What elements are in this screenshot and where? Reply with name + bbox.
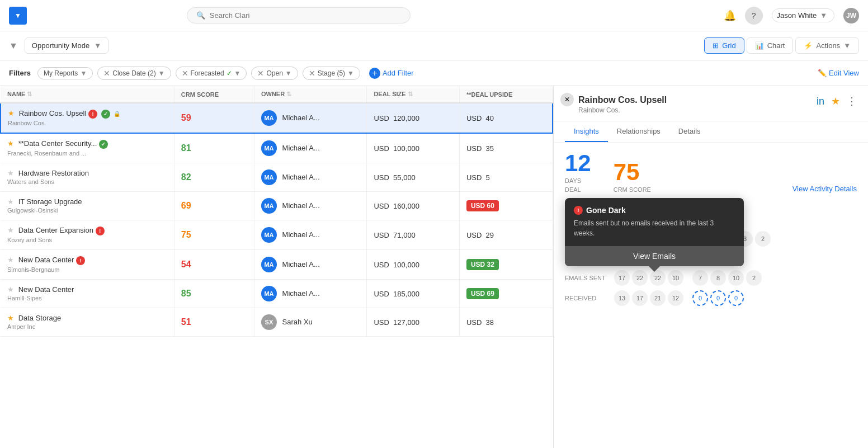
nav-dropdown-btn[interactable]: ▼ bbox=[9, 7, 27, 25]
star-icon[interactable]: ★ bbox=[7, 285, 14, 294]
more-options-icon[interactable]: ⋮ bbox=[847, 95, 857, 107]
star-icon[interactable]: ★ bbox=[7, 314, 14, 322]
days-label: DAYS bbox=[565, 177, 591, 184]
edit-view-button[interactable]: ✏️ Edit View bbox=[818, 69, 859, 77]
view-activity-link[interactable]: View Activity Details bbox=[792, 185, 857, 193]
owner-cell: SX Sarah Xu bbox=[254, 308, 366, 337]
detail-subtitle: Rainbow Cos. bbox=[578, 106, 667, 114]
dropdown-icon: ▼ bbox=[80, 69, 87, 77]
view-emails-button[interactable]: View Emails bbox=[565, 246, 744, 266]
cal-cell-outlined: 0 bbox=[692, 290, 708, 306]
table-row[interactable]: ★ **Data Center Security... ✓ Franecki, … bbox=[1, 133, 553, 163]
deal-name-cell: ★ IT Storage Upgrade Gulgowski-Osinski bbox=[1, 192, 174, 220]
close-icon[interactable]: ✕ bbox=[309, 69, 315, 78]
deal-name-cell: ★ New Data Center Hamill-Sipes bbox=[1, 280, 174, 308]
crm-score-cell: 85 bbox=[174, 280, 254, 308]
crm-score-cell: 69 bbox=[174, 192, 254, 220]
star-icon[interactable]: ★ bbox=[7, 256, 14, 264]
detail-title: Rainbow Cos. Upsell bbox=[578, 95, 667, 105]
star-icon[interactable]: ★ bbox=[7, 169, 14, 177]
avatar: JW bbox=[843, 8, 859, 23]
notifications-icon[interactable]: 🔔 bbox=[724, 10, 736, 22]
received-label: RECEIVED bbox=[565, 295, 610, 301]
close-icon[interactable]: ✕ bbox=[103, 69, 110, 78]
received-jan-cells: 13 17 21 12 bbox=[614, 290, 683, 306]
owner-cell: MA Michael A... bbox=[254, 192, 366, 220]
actions-button[interactable]: ⚡ Actions ▼ bbox=[795, 37, 859, 54]
cal-cell: 13 bbox=[614, 290, 630, 306]
owner-cell: MA Michael A... bbox=[254, 280, 366, 308]
detail-title-block: Rainbow Cos. Upsell Rainbow Cos. bbox=[578, 95, 667, 114]
user-menu-button[interactable]: Jason White ▼ bbox=[772, 8, 834, 22]
table-row[interactable]: ★ IT Storage Upgrade Gulgowski-Osinski 6… bbox=[1, 192, 553, 220]
star-icon[interactable]: ★ bbox=[7, 139, 14, 148]
table-row[interactable]: ★ New Data Center ! Simonis-Bergnaum 54 … bbox=[1, 250, 553, 280]
linkedin-icon[interactable]: in bbox=[817, 96, 824, 107]
detail-header: Rainbow Cos. Upsell Rainbow Cos. in ★ ⋮ bbox=[554, 86, 868, 121]
toolbar-right: ⊞ Grid 📊 Chart ⚡ Actions ▼ bbox=[704, 37, 859, 54]
table-row[interactable]: ★ New Data Center Hamill-Sipes 85 MA Mic… bbox=[1, 280, 553, 308]
alert-dot-red: ! bbox=[88, 110, 97, 119]
owner-cell: MA Michael A... bbox=[254, 250, 366, 280]
owner-avatar: MA bbox=[261, 140, 277, 156]
filter-chip-forecasted[interactable]: ✕ Forecasted ✓ ▼ bbox=[176, 67, 247, 80]
deal-upside-cell: USD 29 bbox=[459, 220, 553, 250]
filter-chip-open[interactable]: ✕ Open ▼ bbox=[251, 67, 298, 80]
deal-size-cell: USD 100,000 bbox=[367, 133, 460, 163]
nav-right: 🔔 ? Jason White ▼ JW bbox=[724, 7, 859, 25]
owner-cell: MA Michael A... bbox=[254, 133, 366, 163]
star-icon[interactable]: ★ bbox=[8, 109, 15, 117]
emails-sent-feb-cells: 7 8 10 2 bbox=[692, 270, 762, 286]
deal-name-cell: ★ Rainbow Cos. Upsell ! ✓ 🔒 Rainbow Cos. bbox=[1, 103, 174, 133]
filter-chip-my-reports[interactable]: My Reports ▼ bbox=[37, 67, 93, 79]
search-icon: 🔍 bbox=[196, 11, 205, 20]
star-icon[interactable]: ★ bbox=[7, 226, 14, 234]
owner-cell: MA Michael A... bbox=[254, 220, 366, 250]
detail-tabs: Insights Relationships Details bbox=[554, 121, 868, 143]
crm-score-cell: 54 bbox=[174, 250, 254, 280]
owner-avatar: SX bbox=[261, 314, 277, 330]
add-filter-button[interactable]: + Add Filter bbox=[365, 66, 418, 81]
tab-relationships[interactable]: Relationships bbox=[608, 121, 669, 142]
col-crm-score: CRM SCORE bbox=[174, 86, 254, 103]
table-row[interactable]: ★ Data Center Expansion ! Kozey and Sons… bbox=[1, 220, 553, 250]
star-icon[interactable]: ★ bbox=[7, 197, 14, 206]
star-favorite-icon[interactable]: ★ bbox=[831, 95, 840, 107]
add-filter-plus-icon: + bbox=[369, 68, 380, 79]
cal-cell: 17 bbox=[632, 290, 648, 306]
filter-chip-stage[interactable]: ✕ Stage (5) ▼ bbox=[303, 67, 360, 80]
close-icon[interactable]: ✕ bbox=[182, 69, 188, 78]
detail-panel: ✕ Rainbow Cos. Upsell Rainbow Cos. in ★ … bbox=[554, 86, 868, 448]
tab-details[interactable]: Details bbox=[669, 121, 710, 142]
close-detail-button[interactable]: ✕ bbox=[560, 93, 574, 106]
table-row[interactable]: ★ Rainbow Cos. Upsell ! ✓ 🔒 Rainbow Cos.… bbox=[1, 103, 553, 133]
lock-icon: 🔒 bbox=[114, 111, 120, 117]
deal-badge-green: USD 69 bbox=[466, 288, 499, 299]
help-icon[interactable]: ? bbox=[745, 7, 763, 25]
table-row[interactable]: ★ Hardware Restoration Waters and Sons 8… bbox=[1, 163, 553, 192]
mode-selector[interactable]: Opportunity Mode ▼ bbox=[25, 37, 108, 54]
actions-dropdown-icon: ▼ bbox=[843, 41, 851, 50]
filters-bar: Filters My Reports ▼ ✕ Close Date (2) ▼ … bbox=[0, 60, 868, 86]
cal-cell: 22 bbox=[650, 270, 666, 286]
deal-badge-red: USD 60 bbox=[466, 200, 499, 211]
cal-cell: 8 bbox=[710, 270, 726, 286]
received-row: RECEIVED 13 17 21 12 0 0 0 bbox=[565, 290, 857, 306]
grid-view-button[interactable]: ⊞ Grid bbox=[704, 37, 744, 54]
crm-score-label: CRM SCORE bbox=[614, 186, 651, 193]
chart-view-button[interactable]: 📊 Chart bbox=[747, 37, 794, 54]
close-icon[interactable]: ✕ bbox=[257, 69, 264, 78]
tab-insights[interactable]: Insights bbox=[565, 121, 608, 142]
deal-name-cell: ★ Data Center Expansion ! Kozey and Sons bbox=[1, 220, 174, 250]
table-row[interactable]: ★ Data Storage Amper Inc 51 SX Sarah Xu … bbox=[1, 308, 553, 337]
crm-score-cell: 75 bbox=[174, 220, 254, 250]
filter-chip-close-date[interactable]: ✕ Close Date (2) ▼ bbox=[97, 67, 171, 80]
edit-icon: ✏️ bbox=[818, 69, 827, 77]
detail-metrics: 12 DAYS DEAL 75 CRM SCORE View Activity … bbox=[554, 143, 868, 202]
cal-cell-outlined: 0 bbox=[710, 290, 726, 306]
deal-size-cell: USD 185,000 bbox=[367, 280, 460, 308]
search-input[interactable] bbox=[210, 11, 322, 20]
deal-upside-cell: USD 69 bbox=[459, 280, 553, 308]
deal-upside-cell: USD 60 bbox=[459, 192, 553, 220]
cal-cell: 12 bbox=[668, 290, 683, 306]
